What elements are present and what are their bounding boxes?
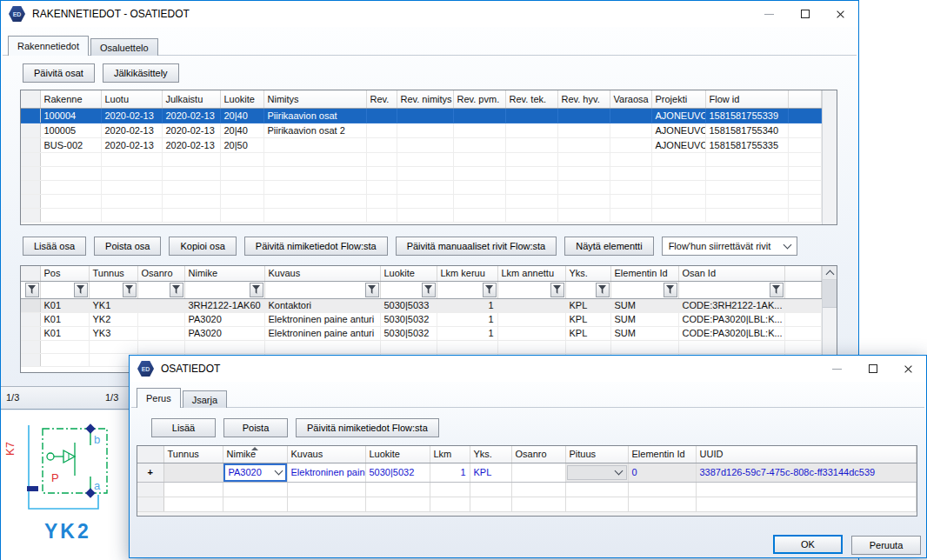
filter-cell[interactable]: [610, 281, 678, 298]
column-header[interactable]: Flow id: [705, 90, 788, 108]
filter-funnel-icon[interactable]: [170, 283, 183, 297]
minimize-button[interactable]: [819, 356, 855, 382]
column-header[interactable]: Elementin Id: [628, 446, 696, 463]
filter-funnel-icon[interactable]: [664, 283, 677, 297]
close-button[interactable]: [890, 356, 926, 382]
table-row[interactable]: K01 YK1 3RH2122-1AK60 Kontaktori 5030|50…: [21, 298, 822, 312]
remove-part-button[interactable]: Poista osa: [94, 237, 161, 256]
tab-perus[interactable]: Perus: [137, 388, 181, 408]
column-header[interactable]: Varaosa: [610, 90, 651, 108]
cell: [497, 326, 565, 340]
page-indicator-right: 1/3: [105, 392, 118, 403]
update-manual-rows-button[interactable]: Päivitä manuaaliset rivit Flow:sta: [396, 237, 557, 256]
rows-filter-dropdown[interactable]: Flow'hun siirrettävät rivit: [662, 237, 797, 256]
filter-funnel-icon[interactable]: [770, 283, 784, 297]
show-element-button[interactable]: Näytä elementti: [564, 237, 653, 256]
filter-cell[interactable]: [264, 281, 380, 298]
tab-osaluettelo[interactable]: Osaluettelo: [90, 38, 158, 56]
column-header[interactable]: Rev.: [366, 90, 397, 108]
pituus-dropdown[interactable]: [567, 465, 627, 480]
filter-funnel-icon[interactable]: [25, 283, 39, 297]
maximize-button[interactable]: [855, 356, 890, 382]
column-header[interactable]: Elementin Id: [610, 266, 678, 281]
maximize-button[interactable]: [787, 1, 823, 27]
ok-button[interactable]: OK: [773, 535, 843, 554]
column-header[interactable]: Lkm keruu: [437, 266, 497, 281]
column-header[interactable]: Kuvaus: [264, 266, 380, 281]
close-button[interactable]: [823, 1, 858, 27]
filter-funnel-icon[interactable]: [596, 283, 610, 297]
filter-funnel-icon[interactable]: [365, 283, 379, 297]
table-row[interactable]: 100005 2020-02-13 2020-02-13 20|40 Piiri…: [21, 123, 822, 137]
minimize-button[interactable]: [751, 1, 787, 27]
minimize-icon: [832, 369, 842, 370]
column-header[interactable]: Rev. pvm.: [453, 90, 505, 108]
copy-part-button[interactable]: Kopioi osa: [169, 237, 236, 256]
filter-funnel-icon[interactable]: [550, 283, 564, 297]
column-header[interactable]: Kuvaus: [287, 446, 365, 463]
column-header[interactable]: Nimike: [184, 266, 264, 281]
table-row[interactable]: BUS-002 2020-02-13 2020-02-13 20|50 AJON…: [21, 137, 822, 152]
cell: [505, 108, 557, 123]
column-header[interactable]: Lkm annettu: [497, 266, 565, 281]
filter-funnel-icon[interactable]: [422, 283, 436, 297]
update-item-data-button[interactable]: Päivitä nimiketiedot Flow:sta: [296, 418, 439, 437]
filter-cell[interactable]: [21, 281, 40, 298]
scroll-up-button[interactable]: [823, 266, 837, 280]
column-header[interactable]: Rev. tek.: [505, 90, 557, 108]
filter-funnel-icon[interactable]: [250, 283, 263, 297]
column-header[interactable]: Yks.: [565, 266, 610, 281]
filter-funnel-icon[interactable]: [123, 283, 137, 297]
column-header[interactable]: Tunnus: [163, 446, 223, 463]
column-header[interactable]: Nimitys: [263, 90, 366, 108]
column-header[interactable]: Osanro: [137, 266, 184, 281]
filter-cell[interactable]: [137, 281, 184, 298]
filter-cell[interactable]: [380, 281, 437, 298]
column-header[interactable]: Lkm: [430, 446, 470, 463]
connection-node: [85, 423, 95, 433]
filter-cell[interactable]: [565, 281, 610, 298]
part-row[interactable]: + PA3020 Elektroninen paine 5030|5032 1 …: [137, 463, 917, 482]
filter-cell[interactable]: [678, 281, 784, 298]
update-item-data-button[interactable]: Päivitä nimiketiedot Flow:sta: [244, 237, 388, 256]
filter-funnel-icon[interactable]: [74, 283, 88, 297]
filter-cell[interactable]: [184, 281, 264, 298]
column-header[interactable]: Luotu: [101, 90, 162, 108]
column-header[interactable]: Rakenne: [40, 90, 101, 108]
column-header[interactable]: Yks.: [470, 446, 511, 463]
column-header[interactable]: Tunnus: [89, 266, 137, 281]
column-header[interactable]: Osanro: [511, 446, 565, 463]
vertical-scrollbar[interactable]: [822, 90, 837, 224]
column-header[interactable]: Luokite: [380, 266, 437, 281]
add-part-button[interactable]: Lisää osa: [23, 237, 86, 256]
column-header[interactable]: Pituus: [565, 446, 628, 463]
cancel-button[interactable]: Peruuta: [851, 536, 921, 555]
filter-cell[interactable]: [437, 281, 497, 298]
filter-cell[interactable]: [40, 281, 89, 298]
column-header[interactable]: Rev. nimitys: [397, 90, 453, 108]
column-header[interactable]: Nimike: [223, 446, 287, 463]
scrollbar-thumb[interactable]: [823, 280, 837, 308]
nimike-combobox[interactable]: PA3020: [223, 463, 287, 482]
column-header[interactable]: Pos: [40, 266, 89, 281]
update-parts-button[interactable]: Päivitä osat: [23, 63, 95, 83]
column-header[interactable]: Luokite: [365, 446, 430, 463]
filter-cell[interactable]: [497, 281, 565, 298]
tab-rakennetiedot[interactable]: Rakennetiedot: [8, 36, 89, 56]
column-header[interactable]: Luokite: [220, 90, 263, 108]
filter-cell[interactable]: [89, 281, 137, 298]
table-row[interactable]: K01 YK3 PA3020 Elektroninen paine anturi…: [21, 326, 822, 340]
table-row[interactable]: 100004 2020-02-13 2020-02-13 20|40 Piiri…: [21, 108, 822, 123]
column-header[interactable]: UUID: [696, 446, 917, 463]
filter-funnel-icon[interactable]: [483, 283, 497, 297]
tab-jsarja[interactable]: Jsarja: [183, 390, 227, 408]
cell: K01: [40, 298, 89, 312]
remove-button[interactable]: Poista: [223, 418, 288, 437]
add-button[interactable]: Lisää: [151, 418, 216, 437]
column-header[interactable]: Julkaistu: [162, 90, 220, 108]
column-header[interactable]: Osan Id: [678, 266, 784, 281]
post-processing-button[interactable]: Jälkikäsittely: [103, 63, 179, 83]
column-header[interactable]: Rev. hyv.: [557, 90, 610, 108]
table-row[interactable]: K01 YK2 PA3020 Elektroninen paine anturi…: [21, 312, 822, 326]
column-header[interactable]: Projekti: [651, 90, 705, 108]
